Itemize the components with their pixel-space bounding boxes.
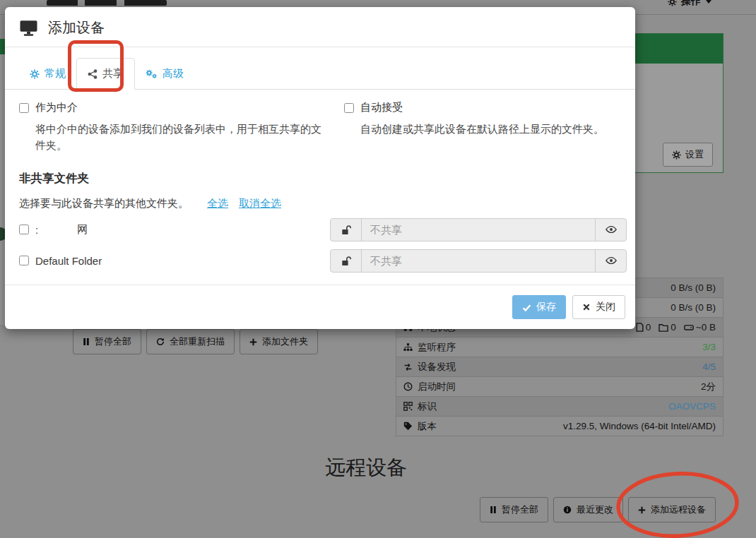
folder-label-prefix: :	[35, 224, 38, 236]
hdd-icon	[684, 323, 694, 331]
recent-changes-button[interactable]: 最近更改	[553, 497, 623, 522]
gear-icon	[30, 69, 40, 79]
auto-accept-option: 自动接受	[344, 101, 627, 114]
folder-icon	[658, 323, 668, 332]
uptime-label: 启动时间	[418, 381, 456, 393]
actions-menu[interactable]: 操作	[668, 0, 712, 8]
rescan-all-button[interactable]: 全部重新扫描	[146, 329, 235, 354]
encryption-password-group	[330, 218, 627, 241]
gear-icon	[672, 150, 681, 160]
introducer-option: 作为中介	[19, 101, 338, 114]
sharing-tab-highlight-annotation	[68, 40, 124, 92]
folder-label: Default Folder	[35, 255, 102, 267]
discovery-value: 4/5	[702, 361, 716, 372]
pause-all-label: 暂停全部	[95, 335, 131, 348]
refresh-icon	[156, 337, 165, 346]
plus-icon	[249, 338, 257, 346]
table-row: 版本 v1.29.5, Windows (64-bit Intel/AMD)	[396, 417, 723, 436]
sitemap-icon	[403, 343, 413, 352]
pause-all-devices-label: 暂停全部	[502, 503, 538, 516]
syncthing-app: 操作 设置 0 B/s (0 B) 0 B/s (0 B)	[0, 0, 756, 538]
encryption-password-input[interactable]	[362, 250, 595, 272]
modal-body: 作为中介 将中介中的设备添加到我们的设备列表中，用于相互共享的文件夹。 自动接受…	[5, 90, 635, 273]
listeners-label: 监听程序	[418, 341, 456, 354]
version-value: v1.29.5, Windows (64-bit Intel/AMD)	[563, 421, 716, 431]
pause-all-devices-button[interactable]: 暂停全部	[480, 497, 548, 522]
folder-panel-edge	[0, 39, 5, 325]
pause-icon	[490, 506, 497, 514]
rescan-all-label: 全部重新扫描	[170, 335, 225, 348]
unlock-icon	[331, 219, 362, 241]
select-all-link[interactable]: 全选	[207, 197, 228, 210]
folder-panel-header-edge	[0, 39, 5, 54]
upload-rate-value: 0 B/s (0 B)	[671, 302, 716, 313]
info-icon	[563, 506, 572, 514]
discovery-icon	[403, 363, 413, 371]
close-label: 关闭	[596, 301, 615, 313]
device-id-value[interactable]: OAOVCPS	[668, 401, 716, 412]
table-row: 设备发现 4/5	[396, 357, 723, 377]
table-row: 标识 OAOVCPS	[396, 397, 723, 417]
auto-accept-label: 自动接受	[360, 101, 403, 114]
folder-actions-bar: 暂停全部 全部重新扫描 添加文件夹	[73, 329, 318, 354]
settings-label: 设置	[685, 148, 704, 161]
unshared-folders-description: 选择要与此设备共享的其他文件夹。	[19, 197, 189, 210]
gear-icon	[668, 0, 677, 6]
add-remote-device-circle-annotation	[615, 471, 740, 538]
modal-title: 添加设备	[48, 18, 105, 37]
folder-share-row: Default Folder	[19, 249, 627, 273]
settings-button[interactable]: 设置	[663, 143, 713, 167]
introducer-help: 将中介中的设备添加到我们的设备列表中，用于相互共享的文件夹。	[35, 121, 321, 154]
unshared-folders-description-row: 选择要与此设备共享的其他文件夹。 全选 取消全选	[19, 197, 627, 210]
unshared-folders-heading: 非共享文件夹	[19, 171, 627, 186]
introducer-label: 作为中介	[35, 101, 78, 114]
device-id-label: 标识	[418, 400, 437, 413]
file-icon	[636, 323, 644, 332]
introducer-checkbox[interactable]	[19, 103, 29, 113]
tag-icon	[403, 422, 413, 431]
uptime-value: 2分	[701, 381, 716, 393]
folder-label: 网	[77, 223, 88, 237]
clipped-page-text	[47, 0, 167, 6]
table-row: 启动时间 2分	[396, 377, 723, 397]
encryption-password-group	[330, 249, 627, 273]
auto-accept-checkbox[interactable]	[344, 103, 354, 113]
eye-icon[interactable]	[595, 250, 626, 272]
monitor-icon	[19, 20, 38, 37]
close-button[interactable]: 关闭	[572, 295, 625, 319]
remote-devices-heading: 远程设备	[325, 454, 407, 482]
table-row: 监听程序 3/3	[396, 337, 723, 357]
download-rate-value: 0 B/s (0 B)	[671, 282, 716, 293]
gears-icon	[146, 69, 158, 79]
deselect-all-link[interactable]: 取消全选	[239, 197, 281, 210]
caret-down-icon	[705, 0, 712, 5]
close-icon	[582, 303, 591, 311]
listeners-value: 3/3	[702, 342, 716, 352]
encryption-password-input[interactable]	[362, 219, 595, 241]
tab-advanced[interactable]: 高级	[135, 58, 194, 90]
recent-changes-label: 最近更改	[577, 503, 613, 516]
add-folder-label: 添加文件夹	[262, 335, 308, 348]
tab-advanced-label: 高级	[163, 67, 184, 80]
version-label: 版本	[418, 420, 437, 433]
actions-label: 操作	[681, 0, 701, 8]
folder-share-row: : 网	[19, 218, 627, 241]
save-label: 保存	[536, 301, 556, 313]
modal-footer: 保存 关闭	[5, 285, 635, 329]
folder-checkbox[interactable]	[19, 256, 29, 265]
discovery-label: 设备发现	[418, 361, 456, 373]
folder-checkbox[interactable]	[19, 225, 29, 234]
pause-all-folders-button[interactable]: 暂停全部	[73, 329, 141, 354]
id-qrcode-icon	[403, 402, 413, 411]
auto-accept-help: 自动创建或共享此设备在默认路径上显示的文件夹。	[360, 121, 627, 137]
pause-icon	[83, 337, 90, 346]
add-folder-button[interactable]: 添加文件夹	[240, 329, 318, 354]
check-icon	[522, 303, 531, 312]
clock-icon	[403, 382, 413, 391]
tab-general-label: 常规	[45, 67, 66, 80]
unlock-icon	[331, 250, 362, 272]
eye-icon[interactable]	[595, 219, 626, 241]
local-state-value: 0 0 ~0 B	[632, 322, 716, 333]
save-button[interactable]: 保存	[512, 295, 566, 319]
